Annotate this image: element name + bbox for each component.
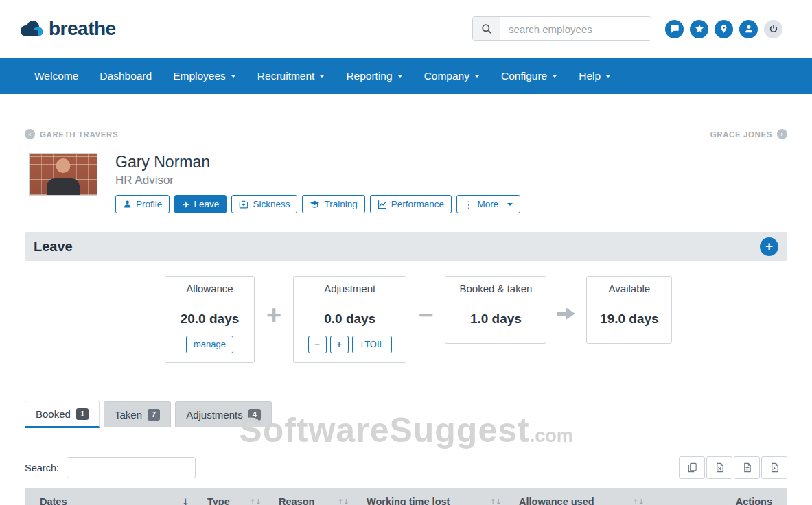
leave-button-label: Leave [194,199,220,209]
tab-adjustments-label: Adjustments [186,409,243,421]
column-working-time-lost-label: Working time lost [367,496,450,505]
export-doc-button[interactable] [734,456,760,479]
column-dates-label: Dates [40,496,67,505]
booked-taken-card-title: Booked & taken [445,277,546,301]
search-icon[interactable] [473,17,500,40]
quick-actions [665,20,782,38]
topbar-right [472,16,782,41]
column-header-reason[interactable]: Reason ↑↓ [269,496,357,505]
pdf-icon [769,462,780,473]
leave-section-header: Leave + [25,232,787,261]
employee-section-buttons: Profile ✈ Leave Sickness Training Perfor… [115,195,520,213]
first-aid-icon [239,200,248,209]
training-button[interactable]: Training [302,195,364,213]
allowance-card: Allowance 20.0 days manage [165,276,255,363]
column-header-working-time-lost[interactable]: Working time lost ↑↓ [357,496,509,505]
chart-icon [378,200,387,209]
tab-adjustments[interactable]: Adjustments 4 [175,401,272,427]
employee-info: Gary Norman HR Advisor Profile ✈ Leave S… [115,153,520,213]
sort-both-icon[interactable]: ↑↓ [250,497,261,505]
location-icon[interactable] [715,20,733,38]
table-search: Search: [25,457,196,478]
tab-booked[interactable]: Booked 1 [25,401,100,428]
star-icon[interactable] [690,20,708,38]
employee-search-input[interactable] [500,17,651,40]
booked-taken-card: Booked & taken 1.0 days [445,276,546,344]
more-button[interactable]: ⋮ More [456,195,520,213]
nav-company-label: Company [424,70,469,82]
manage-allowance-button[interactable]: manage [186,336,233,353]
sort-both-icon[interactable]: ↑↓ [490,497,501,505]
sickness-button-label: Sickness [253,199,290,209]
profile-button[interactable]: Profile [115,195,170,213]
power-icon[interactable] [764,20,782,38]
tab-taken-label: Taken [115,409,142,421]
minus-operator: − [418,302,433,328]
more-button-label: More [477,199,498,209]
column-reason-label: Reason [279,496,314,505]
adjustment-minus-button[interactable]: − [308,336,327,353]
employee-search [472,16,651,41]
export-copy-button[interactable] [679,456,705,479]
column-type-label: Type [207,496,230,505]
tab-taken[interactable]: Taken 7 [104,401,171,427]
tab-taken-count: 7 [148,409,160,421]
profile-button-label: Profile [136,199,162,209]
tab-booked-label: Booked [36,408,71,420]
breathe-logo[interactable]: breathe [19,18,116,40]
tab-adjustments-count: 4 [248,409,261,421]
leave-section-title: Leave [34,239,73,255]
available-card: Available 19.0 days [586,276,672,344]
caret-down-icon [605,75,611,78]
graduation-cap-icon [310,200,320,209]
nav-help-label: Help [579,70,601,82]
nav-welcome[interactable]: Welcome [34,70,78,82]
export-pdf-button[interactable] [761,456,787,479]
caret-down-icon [397,75,403,78]
prev-employee-link[interactable]: ‹ GARETH TRAVERS [25,129,118,139]
excel-icon [715,462,725,473]
column-header-allowance-used[interactable]: Allowance used ↑↓ [509,496,652,505]
top-header: breathe [0,0,812,58]
chat-icon[interactable] [665,20,684,38]
nav-dashboard[interactable]: Dashboard [100,70,152,82]
plane-icon: ✈ [182,199,189,210]
column-actions-label: Actions [736,496,772,505]
add-leave-button[interactable]: + [760,237,778,256]
leave-button[interactable]: ✈ Leave [174,195,227,213]
nav-employees[interactable]: Employees [173,70,236,82]
magnifier-icon [481,23,492,34]
adjustment-plus-button[interactable]: + [330,336,349,353]
sickness-button[interactable]: Sickness [231,195,297,213]
column-header-dates[interactable]: Dates ↓ [25,496,198,505]
nav-recruitment[interactable]: Recruitment [257,70,325,82]
training-button-label: Training [324,199,357,209]
user-icon[interactable] [739,20,758,38]
employee-profile: Gary Norman HR Advisor Profile ✈ Leave S… [0,153,812,213]
column-header-type[interactable]: Type ↑↓ [198,496,269,505]
sort-both-icon[interactable]: ↑↓ [338,497,349,505]
sort-both-icon[interactable]: ↑↓ [633,497,644,505]
add-toil-button[interactable]: +TOIL [352,336,392,353]
employee-name: Gary Norman [115,153,520,171]
employee-pager: ‹ GARETH TRAVERS GRACE JONES › [0,129,812,139]
sort-desc-icon[interactable]: ↓ [182,497,189,505]
next-employee-link[interactable]: GRACE JONES › [710,129,787,139]
nav-reporting[interactable]: Reporting [346,70,402,82]
performance-button[interactable]: Performance [370,195,452,213]
next-employee-name: GRACE JONES [710,130,772,139]
nav-help[interactable]: Help [579,70,611,82]
leave-tabs: Booked 1 Taken 7 Adjustments 4 [0,401,812,427]
table-search-input[interactable] [67,457,196,478]
export-excel-button[interactable] [706,456,732,479]
allowance-card-title: Allowance [165,277,254,301]
column-allowance-used-label: Allowance used [519,496,594,505]
nav-company[interactable]: Company [424,70,480,82]
export-buttons [679,456,787,479]
adjustment-value: 0.0 days [294,301,406,336]
leave-summary: Allowance 20.0 days manage + Adjustment … [0,276,812,363]
nav-configure[interactable]: Configure [501,70,557,82]
caret-down-icon [552,75,557,78]
caret-down-icon [507,203,513,206]
caret-down-icon [474,75,480,78]
